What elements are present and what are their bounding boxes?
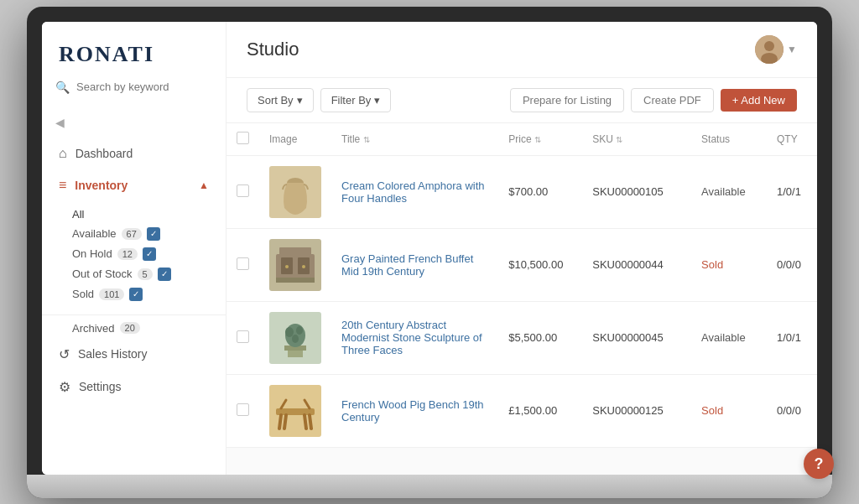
col-header-check bbox=[226, 123, 259, 156]
sidebar-item-inventory[interactable]: ≡ Inventory ▲ bbox=[42, 169, 226, 201]
row-image-cell bbox=[259, 228, 331, 301]
item-title-1[interactable]: Gray Painted French Buffet Mid 19th Cent… bbox=[341, 252, 473, 278]
all-label: All bbox=[72, 208, 84, 221]
sidebar-item-dashboard[interactable]: ⌂ Dashboard bbox=[42, 138, 226, 169]
laptop-base bbox=[27, 475, 832, 498]
row-price-cell: £1,500.00 bbox=[498, 374, 582, 447]
row-price-cell: $700.00 bbox=[498, 155, 582, 228]
sub-item-all[interactable]: All bbox=[72, 205, 226, 224]
on-hold-label: On Hold bbox=[72, 247, 112, 260]
available-count: 67 bbox=[122, 228, 142, 240]
table-row: French Wood Pig Bench 19th Century £1,50… bbox=[226, 374, 817, 447]
item-qty-3: 0/0/0 bbox=[777, 404, 801, 417]
row-image-cell bbox=[259, 155, 331, 228]
sub-item-archived[interactable]: Archived 20 bbox=[42, 314, 226, 338]
available-label: Available bbox=[72, 227, 117, 240]
row-sku-cell: SKU00000105 bbox=[582, 155, 691, 228]
row-title-cell: Gray Painted French Buffet Mid 19th Cent… bbox=[331, 228, 498, 301]
svg-point-18 bbox=[296, 326, 303, 335]
sidebar-item-inventory-section: ≡ Inventory ▲ All Available 67 bbox=[42, 169, 226, 338]
app-logo: RONATI bbox=[42, 22, 226, 81]
page-title: Studio bbox=[247, 39, 299, 60]
svg-line-22 bbox=[279, 415, 281, 429]
filter-chevron-icon: ▾ bbox=[374, 94, 380, 107]
table-row: Cream Colored Amphora with Four Handles … bbox=[226, 155, 817, 228]
search-input[interactable] bbox=[76, 81, 212, 93]
col-header-sku[interactable]: SKU ⇅ bbox=[582, 123, 691, 156]
row-checkbox-0[interactable] bbox=[237, 184, 249, 197]
help-icon: ? bbox=[815, 455, 824, 473]
archived-label: Archived bbox=[72, 322, 115, 335]
svg-point-11 bbox=[285, 265, 289, 268]
item-title-3[interactable]: French Wood Pig Bench 19th Century bbox=[341, 398, 484, 423]
inventory-label: Inventory bbox=[75, 179, 128, 192]
row-status-cell: Sold bbox=[691, 228, 767, 301]
sidebar-nav: ◀ ⌂ Dashboard ≡ Inventory ▲ bbox=[42, 107, 226, 458]
item-qty-0: 1/0/1 bbox=[777, 185, 801, 198]
avatar[interactable] bbox=[755, 35, 784, 64]
sales-history-label: Sales History bbox=[78, 347, 147, 361]
item-status-3: Sold bbox=[701, 404, 723, 417]
user-area[interactable]: ▼ bbox=[755, 35, 797, 64]
collapse-button[interactable]: ◀ bbox=[42, 107, 226, 138]
archived-count: 20 bbox=[120, 322, 140, 334]
search-area[interactable]: 🔍 bbox=[42, 81, 226, 107]
inventory-sub-menu: All Available 67 ✓ On Hold 12 ✓ bbox=[42, 201, 226, 311]
col-header-title[interactable]: Title ⇅ bbox=[331, 123, 498, 156]
collapse-icon: ◀ bbox=[55, 116, 65, 129]
row-checkbox-2[interactable] bbox=[237, 330, 249, 343]
item-qty-1: 0/0/0 bbox=[777, 258, 801, 271]
svg-point-1 bbox=[764, 41, 774, 51]
toolbar: Sort By ▾ Filter By ▾ Prepare for Listin… bbox=[226, 78, 817, 123]
row-check-cell bbox=[226, 228, 259, 301]
filter-by-button[interactable]: Filter By ▾ bbox=[320, 88, 392, 112]
table-header: Image Title ⇅ Price ⇅ SKU ⇅ bbox=[226, 123, 817, 156]
add-new-button[interactable]: + Add New bbox=[721, 89, 797, 112]
create-pdf-button[interactable]: Create PDF bbox=[631, 88, 714, 112]
sub-item-available[interactable]: Available 67 ✓ bbox=[72, 224, 226, 244]
row-checkbox-1[interactable] bbox=[237, 257, 249, 270]
chevron-down-icon: ▼ bbox=[787, 44, 797, 55]
row-check-cell bbox=[226, 155, 259, 228]
col-header-qty: QTY bbox=[767, 123, 817, 156]
row-status-cell: Sold bbox=[691, 374, 767, 447]
help-button[interactable]: ? bbox=[804, 449, 834, 479]
sub-item-out-of-stock[interactable]: Out of Stock 5 ✓ bbox=[72, 264, 226, 284]
home-icon: ⌂ bbox=[59, 146, 67, 161]
sub-item-sold[interactable]: Sold 101 ✓ bbox=[72, 284, 226, 304]
select-all-checkbox[interactable] bbox=[237, 132, 249, 144]
item-title-2[interactable]: 20th Century Abstract Modernist Stone Sc… bbox=[341, 319, 482, 356]
item-price-0: $700.00 bbox=[508, 185, 548, 198]
sold-check: ✓ bbox=[129, 288, 143, 301]
row-sku-cell: SKU00000125 bbox=[582, 374, 691, 447]
item-sku-1: SKU00000044 bbox=[592, 258, 664, 271]
sidebar-item-settings[interactable]: ⚙ Settings bbox=[42, 371, 226, 403]
svg-point-19 bbox=[292, 335, 299, 343]
row-title-cell: 20th Century Abstract Modernist Stone Sc… bbox=[331, 301, 498, 374]
row-title-cell: French Wood Pig Bench 19th Century bbox=[331, 374, 498, 447]
prepare-listing-button[interactable]: Prepare for Listing bbox=[510, 88, 624, 112]
row-title-cell: Cream Colored Amphora with Four Handles bbox=[331, 155, 498, 228]
item-title-0[interactable]: Cream Colored Amphora with Four Handles bbox=[341, 179, 485, 205]
svg-line-24 bbox=[305, 415, 306, 429]
row-check-cell bbox=[226, 301, 259, 374]
row-sku-cell: SKU00000045 bbox=[582, 301, 691, 374]
sidebar-item-sales-history[interactable]: ↺ Sales History bbox=[42, 338, 226, 371]
row-qty-cell: 0/0/0 bbox=[767, 374, 817, 447]
svg-rect-8 bbox=[279, 247, 311, 256]
item-sku-0: SKU00000105 bbox=[592, 185, 664, 198]
item-status-0: Available bbox=[701, 185, 746, 198]
row-image-cell bbox=[259, 301, 331, 374]
row-checkbox-3[interactable] bbox=[237, 403, 249, 416]
row-qty-cell: 1/0/1 bbox=[767, 301, 817, 374]
prepare-listing-label: Prepare for Listing bbox=[523, 94, 612, 107]
sort-by-button[interactable]: Sort By ▾ bbox=[247, 88, 314, 112]
row-qty-cell: 0/0/0 bbox=[767, 228, 817, 301]
sub-item-on-hold[interactable]: On Hold 12 ✓ bbox=[72, 244, 226, 264]
svg-line-25 bbox=[310, 415, 311, 429]
on-hold-count: 12 bbox=[117, 248, 138, 260]
item-status-2: Available bbox=[701, 331, 746, 344]
item-qty-2: 1/0/1 bbox=[777, 331, 801, 344]
on-hold-check: ✓ bbox=[143, 247, 156, 261]
col-header-price[interactable]: Price ⇅ bbox=[498, 123, 582, 156]
